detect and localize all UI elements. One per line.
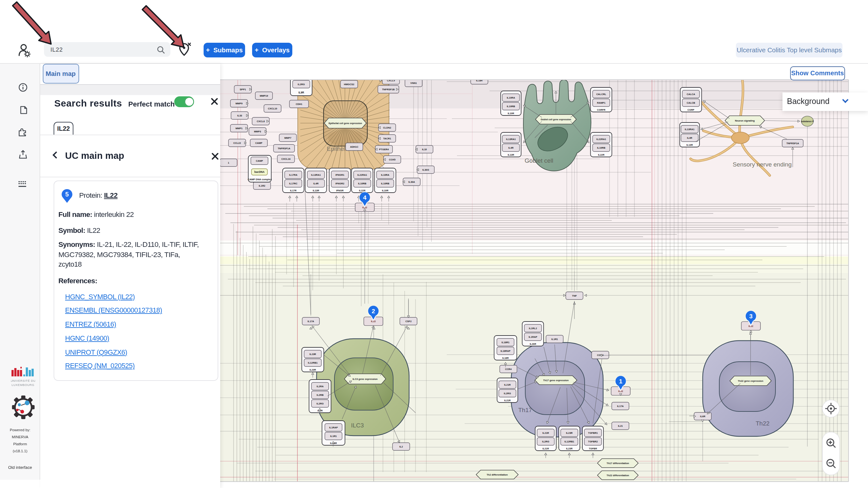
svg-text:IL23R: IL23R: [566, 447, 573, 450]
svg-text:IL10RA: IL10RA: [381, 173, 390, 176]
svg-text:IL13RA1: IL13RA1: [311, 173, 321, 176]
svg-text:Th22: Th22: [756, 420, 769, 427]
svg-text:IL22RA1: IL22RA1: [358, 173, 367, 176]
svg-text:IL12RB1: IL12RB1: [308, 361, 318, 364]
svg-text:IL6R: IL6R: [700, 415, 706, 418]
svg-text:IL10RB: IL10RB: [597, 147, 606, 149]
svg-text:IL23R: IL23R: [566, 431, 573, 434]
svg-text:MMP19: MMP19: [260, 94, 268, 97]
svg-text:IL4R: IL4R: [687, 136, 692, 139]
svg-text:CGRFR: CGRFR: [597, 108, 606, 111]
svg-text:CXCL10: CXCL10: [268, 107, 277, 110]
svg-text:IL4R: IL4R: [508, 147, 514, 149]
svg-text:IL2RG: IL2RG: [298, 83, 305, 86]
svg-text:CAMP DNA complex: CAMP DNA complex: [248, 178, 272, 181]
svg-text:IL2RG: IL2RG: [316, 402, 323, 405]
svg-text:IL4R: IL4R: [313, 182, 319, 185]
svg-text:Th22 gene expression: Th22 gene expression: [738, 380, 763, 383]
svg-text:IL10RB: IL10RB: [507, 105, 516, 108]
svg-text:CDH1: CDH1: [296, 103, 303, 105]
svg-text:HMGCS2: HMGCS2: [344, 83, 354, 86]
svg-text:substance P: substance P: [801, 120, 814, 123]
svg-text:3: 3: [749, 313, 753, 320]
svg-text:MMP1: MMP1: [236, 127, 243, 130]
svg-text:IL10R: IL10R: [382, 189, 389, 192]
svg-text:CALCB: CALCB: [687, 101, 695, 104]
svg-text:IL10: IL10: [422, 148, 427, 151]
svg-text:bacDNA: bacDNA: [254, 171, 265, 173]
svg-text:Th22 differentiation: Th22 differentiation: [607, 474, 629, 477]
svg-text:IL1R1: IL1R1: [330, 435, 337, 437]
svg-text:IL26R: IL26R: [530, 343, 536, 346]
svg-text:Th17 differentiation: Th17 differentiation: [607, 462, 629, 465]
svg-text:TGFBR2: TGFBR2: [588, 440, 598, 443]
svg-text:IL22R: IL22R: [598, 154, 605, 156]
svg-text:MMP7: MMP7: [284, 136, 291, 139]
svg-text:IL22RA1: IL22RA1: [596, 138, 606, 141]
svg-text:CAMP: CAMP: [256, 160, 263, 162]
svg-text:UNIVERSITÉ DU: UNIVERSITÉ DU: [11, 379, 35, 383]
svg-text:CCL22: CCL22: [233, 141, 241, 144]
svg-text:CALCRL: CALCRL: [596, 93, 606, 96]
svg-text:IL17RA: IL17RA: [289, 173, 298, 176]
svg-text:VNN1: VNN1: [410, 82, 417, 85]
svg-text:IL1RL2: IL1RL2: [529, 327, 537, 330]
svg-text:Th2 differentiation: Th2 differentiation: [487, 473, 508, 476]
svg-text:IL21: IL21: [618, 425, 623, 427]
svg-text:Goblet cell: Goblet cell: [525, 157, 553, 164]
svg-text:4: 4: [363, 194, 367, 201]
svg-text:IL2RB: IL2RB: [316, 394, 323, 396]
svg-text:IL10RB: IL10RB: [381, 182, 390, 185]
svg-text:IL18R1: IL18R1: [502, 341, 510, 344]
svg-text:Epithelial cell gene expressio: Epithelial cell gene expression: [329, 122, 362, 125]
svg-text:IL13R: IL13R: [313, 189, 319, 192]
svg-text:IL1RAP: IL1RAP: [528, 335, 537, 338]
svg-text:IL21R: IL21R: [504, 399, 511, 402]
svg-text:Th17: Th17: [518, 407, 532, 413]
svg-text:TACR1: TACR1: [383, 137, 392, 140]
svg-text:ILC3: ILC3: [351, 422, 364, 429]
svg-text:CALCA: CALCA: [687, 93, 695, 96]
svg-text:IL21R: IL21R: [504, 383, 511, 386]
svg-text:IL2RG: IL2RG: [504, 392, 511, 395]
svg-text:CXCL16: CXCL16: [281, 158, 290, 160]
svg-text:IFNGR2: IFNGR2: [335, 182, 344, 185]
svg-text:IL17A: IL17A: [617, 405, 624, 408]
svg-text:CXCL8: CXCL8: [257, 120, 265, 123]
svg-text:IL13R: IL13R: [508, 154, 515, 156]
svg-text:CLDN2: CLDN2: [383, 126, 391, 129]
svg-text:IL9R: IL9R: [299, 91, 304, 94]
svg-text:IL17R: IL17R: [290, 189, 297, 192]
svg-text:IL23R: IL23R: [310, 353, 316, 356]
svg-text:TNFRSF1A: TNFRSF1A: [278, 147, 290, 150]
svg-text:LUXEMBOURG: LUXEMBOURG: [11, 383, 34, 387]
svg-text:MMP9: MMP9: [236, 102, 243, 105]
svg-text:IFNGR1: IFNGR1: [335, 173, 345, 176]
svg-text:TNFRSF1B: TNFRSF1B: [382, 88, 395, 91]
svg-text:IL36G: IL36G: [422, 168, 429, 171]
svg-text:IL13R: IL13R: [686, 143, 693, 147]
svg-text:Neuron signaling: Neuron signaling: [735, 119, 755, 122]
svg-text:TNF: TNF: [572, 294, 577, 297]
svg-text:TNFRSF1A: TNFRSF1A: [786, 142, 799, 145]
svg-text:IL21R: IL21R: [542, 431, 549, 434]
svg-text:IL2RG: IL2RG: [542, 440, 549, 443]
svg-text:TGFBR1: TGFBR1: [588, 431, 598, 434]
svg-text:IL1R1: IL1R1: [552, 338, 558, 340]
svg-text:ADH1C: ADH1C: [350, 145, 359, 148]
svg-text:IL2RA: IL2RA: [316, 385, 323, 388]
svg-text:IFNGR: IFNGR: [336, 189, 344, 192]
svg-text:ILC3 gene expression: ILC3 gene expression: [352, 378, 378, 381]
svg-text:IL10RB: IL10RB: [358, 182, 367, 185]
svg-text:IL10RA: IL10RA: [507, 96, 516, 99]
svg-text:IL18RAP: IL18RAP: [500, 350, 510, 352]
svg-text:IL17A: IL17A: [308, 320, 314, 323]
svg-text:IL36A: IL36A: [408, 181, 415, 184]
svg-text:MMP3: MMP3: [254, 130, 261, 133]
svg-text:IL10R: IL10R: [508, 112, 515, 115]
svg-text:TGFBR: TGFBR: [589, 447, 597, 450]
svg-text:IL12RB1: IL12RB1: [564, 440, 575, 443]
svg-text:IL18R: IL18R: [502, 357, 509, 359]
svg-text:1: 1: [619, 378, 623, 385]
svg-text:Th17 gene expression: Th17 gene expression: [543, 379, 569, 382]
